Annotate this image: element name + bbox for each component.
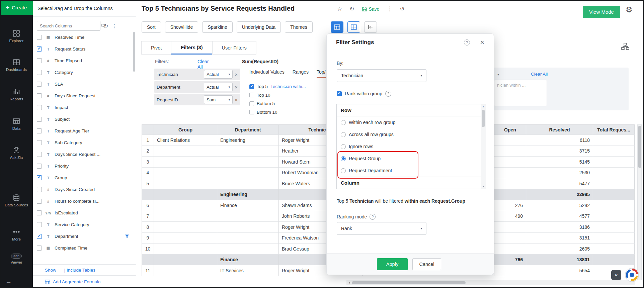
toolbar-button[interactable]: Sort [142,21,161,33]
column-row[interactable]: ▦ Resolved Time [33,31,133,43]
sidebar-collapse-icon[interactable]: ← [5,278,12,285]
filter-chip[interactable]: Department Actual ▾ × [154,81,240,93]
rank-scope-option[interactable]: Request.Group [337,153,486,165]
topn-checkbox[interactable] [249,93,254,97]
hierarchy-view-icon[interactable] [621,43,629,50]
column-checkbox[interactable] [37,117,42,122]
compact-view-icon-button[interactable] [347,21,360,33]
horizontal-scrollbar-thumb[interactable] [352,281,466,284]
rank-scope-option[interactable]: Within each row group [337,116,486,128]
column-row[interactable]: T Priority [33,160,133,172]
rank-within-group-row[interactable]: Rank within group ? [337,91,391,97]
column-row[interactable]: Y/N IsEscalated [33,207,133,219]
filter-chip[interactable]: Technician Actual ▾ × [154,69,240,80]
remove-filter-icon[interactable]: × [235,72,238,77]
column-row[interactable]: T Category [33,67,133,78]
radio-icon[interactable] [341,132,346,137]
scroll-left-icon[interactable]: ◄ [346,281,352,284]
filter-value-tab[interactable]: Individual Values [249,69,285,78]
view-mode-button[interactable]: View Mode [583,6,620,18]
filter-mode-select[interactable]: Actual ▾ [204,83,233,91]
ranking-mode-select[interactable]: Rank ▾ [337,222,426,235]
vertical-scrollbar-thumb[interactable] [638,126,641,168]
column-checkbox[interactable] [37,164,42,169]
undo-icon[interactable]: ↺ [400,5,404,12]
toolbar-button[interactable]: Underlying Data [237,21,281,33]
applied-filter-card[interactable]: nician within ... [494,80,547,106]
column-checkbox[interactable] [37,246,42,251]
column-row[interactable]: T Sub Category [33,137,133,149]
search-input[interactable] [40,23,99,28]
cancel-button[interactable]: Cancel [412,258,441,270]
by-select[interactable]: Technician ▾ [337,69,426,82]
sidebar-item-dashboards[interactable]: Dashboards [0,59,33,72]
column-row[interactable]: T SLA [33,78,133,90]
sidebar-item-data[interactable]: Data [0,117,33,131]
column-checkbox[interactable] [37,70,42,75]
column-row[interactable]: T Impact [33,102,133,113]
sidebar-item-viewer[interactable]: OFF Viewer [0,254,33,265]
column-checkbox[interactable] [37,199,42,204]
sidebar-item-explorer[interactable]: Explorer [0,30,33,43]
radio-icon[interactable] [341,168,346,173]
scroll-up-icon[interactable]: ▲ [481,105,486,108]
refresh-report-icon[interactable]: ↻ [349,5,354,12]
help-icon[interactable]: ? [464,39,470,45]
column-checkbox[interactable] [37,140,42,145]
toolbar-button[interactable]: Themes [285,21,313,33]
search-columns-box[interactable] [37,21,100,31]
gear-icon[interactable]: ⚙ [626,5,633,14]
filter-funnel-icon[interactable] [125,234,129,238]
column-row[interactable]: T Group [33,172,133,184]
topn-option-detail[interactable]: Technician withi... [270,84,306,89]
filter-chip[interactable]: RequestID Sum ▾ × [154,94,240,105]
refresh-columns-icon[interactable]: ↻ [104,23,108,29]
sidebar-item-more[interactable]: More [0,228,33,242]
column-checkbox[interactable] [37,187,42,192]
toolbar-button[interactable]: Show/Hide [165,21,198,33]
sidebar-item-reports[interactable]: Reports [0,88,33,102]
listbox-scrollbar[interactable]: ▲ ▼ [481,104,486,189]
filter-mode-select[interactable]: Sum ▾ [204,95,233,104]
column-row[interactable]: T Service Category [33,219,133,230]
horizontal-scrollbar[interactable]: ◄ [346,280,635,285]
chevron-down-icon[interactable]: ▾ [497,73,499,76]
report-tab[interactable]: User Filters [212,41,256,55]
panel-scrollbar[interactable] [133,32,135,72]
help-icon[interactable]: ? [370,214,376,220]
column-row[interactable]: T Days Since Request ... [33,149,133,160]
column-checkbox[interactable] [37,35,42,40]
rank-scope-option[interactable]: Request.Department [337,165,486,177]
scroll-down-icon[interactable]: ▼ [481,185,486,188]
topn-option[interactable]: Bottom 10 [249,108,306,117]
report-tab[interactable]: Filters (3) [171,41,212,55]
remove-filter-icon[interactable]: × [235,84,238,90]
rank-scope-option[interactable]: Across all row groups [337,128,486,140]
rank-scope-option[interactable]: Ignore rows [337,140,486,153]
column-row[interactable]: T Subject [33,113,133,125]
column-checkbox[interactable] [37,46,42,52]
filter-mode-select[interactable]: Actual ▾ [204,70,233,79]
topn-checkbox[interactable] [249,84,254,89]
create-button[interactable]: + Create [0,0,33,15]
toolbar-button[interactable]: Sparkline [202,21,232,33]
close-icon[interactable]: × [480,38,484,47]
grid-view-icon-button[interactable] [331,21,343,33]
sidebar-item-ask-zia[interactable]: Ask Zia [0,147,33,160]
topn-option[interactable]: Top 10 [249,91,306,100]
column-checkbox[interactable] [37,105,42,110]
column-row[interactable]: # Hours to complete si... [33,195,133,207]
radio-icon[interactable] [341,144,346,149]
save-button[interactable]: Save [362,6,380,12]
column-checkbox[interactable] [37,82,42,87]
column-checkbox[interactable] [37,152,42,157]
help-icon[interactable]: ? [385,91,391,97]
vertical-scrollbar[interactable] [637,124,642,280]
topn-checkbox[interactable] [249,101,254,106]
panel-kebab-icon[interactable]: ⋮ [111,23,117,29]
column-checkbox[interactable] [37,234,42,239]
add-aggregate-formula-link[interactable]: Add Aggregate Formula [53,279,101,284]
topn-checkbox[interactable] [249,110,254,114]
radio-icon[interactable] [341,156,346,161]
column-row[interactable]: # Days Since Created [33,184,133,195]
